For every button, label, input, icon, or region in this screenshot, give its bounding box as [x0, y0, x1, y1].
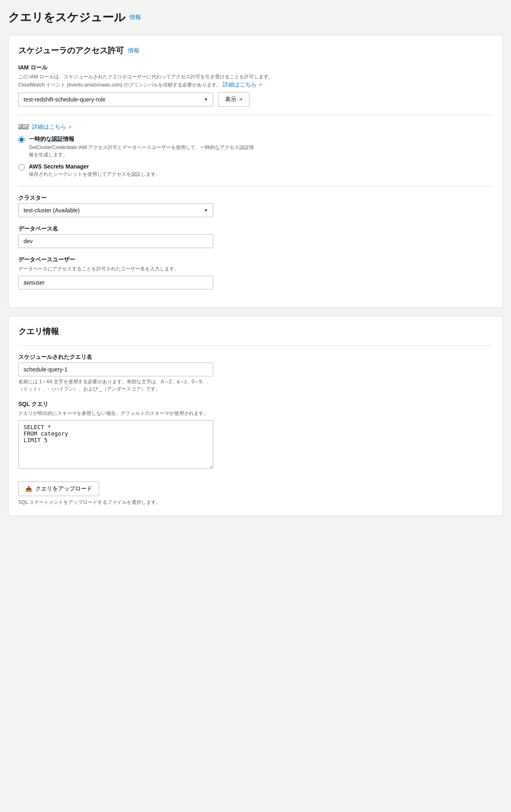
- database-name-field-group: データベース名: [18, 225, 493, 248]
- auth-section: 認証 詳細はこちら ↗ 一時的な認証情報 GetClusterCredentia…: [18, 123, 493, 178]
- upload-query-button[interactable]: 📤 クエリをアップロード: [18, 482, 99, 496]
- iam-role-select-wrapper: test-redshift-schedule-query-role ▼: [18, 93, 213, 106]
- iam-role-input-row: test-redshift-schedule-query-role ▼ 表示 ↗: [18, 92, 493, 107]
- temp-auth-desc: GetClusterCredentials IAM アクセス許可とデータベースユ…: [29, 144, 256, 158]
- query-name-field-group: スケジュールされたクエリ名 名前には 1～64 文字を使用する必要があります。有…: [18, 354, 493, 393]
- auth-label: 認証: [18, 123, 30, 131]
- divider-2: [18, 186, 493, 186]
- auth-external-icon: ↗: [68, 125, 71, 130]
- upload-icon: 📤: [25, 486, 32, 492]
- divider-1: [18, 115, 493, 115]
- iam-role-field-group: IAM ロール この IAM ロールは、スケジュールされたクエリがユーザーに代わ…: [18, 64, 493, 107]
- query-name-input[interactable]: [18, 363, 213, 376]
- divider-3: [18, 345, 493, 346]
- query-info-section: クエリ情報 スケジュールされたクエリ名 名前には 1～64 文字を使用する必要が…: [8, 316, 503, 516]
- cluster-field-group: クラスター test-cluster (Available) ▼: [18, 194, 493, 217]
- secrets-manager-title: AWS Secrets Manager: [29, 163, 160, 170]
- external-link-icon: ↗: [258, 82, 262, 89]
- database-name-label: データベース名: [18, 225, 493, 233]
- cluster-select[interactable]: test-cluster (Available): [18, 203, 213, 217]
- upload-section: 📤 クエリをアップロード SQL ステートメントをアップロードするファイルを選択…: [18, 478, 493, 506]
- iam-role-select[interactable]: test-redshift-schedule-query-role: [18, 93, 213, 106]
- upload-description: SQL ステートメントをアップロードするファイルを選択します。: [18, 499, 493, 506]
- sql-query-description: クエリが明示的にスキーマを参照しない場合、デフォルトのスキーマが使用されます。: [18, 410, 493, 417]
- scheduler-access-info-link[interactable]: 情報: [128, 47, 139, 54]
- auth-radio-group: 一時的な認証情報 GetClusterCredentials IAM アクセス許…: [18, 136, 493, 178]
- temp-auth-radio[interactable]: [18, 136, 25, 143]
- temp-auth-option: 一時的な認証情報 GetClusterCredentials IAM アクセス許…: [18, 136, 493, 158]
- query-name-label: スケジュールされたクエリ名: [18, 354, 493, 361]
- database-user-label: データベースユーザー: [18, 256, 493, 263]
- query-info-title: クエリ情報: [18, 326, 493, 337]
- cluster-label: クラスター: [18, 194, 493, 202]
- page-info-link[interactable]: 情報: [130, 14, 141, 21]
- sql-query-textarea[interactable]: [18, 420, 213, 469]
- database-user-input[interactable]: [18, 276, 213, 289]
- database-user-field-group: データベースユーザー データベースにアクセスすることを許可されたユーザー名を入力…: [18, 256, 493, 289]
- sql-query-label: SQL クエリ: [18, 401, 493, 408]
- scheduler-access-title: スケジューラのアクセス許可 情報: [18, 45, 493, 56]
- view-iam-role-button[interactable]: 表示 ↗: [218, 92, 249, 107]
- secrets-manager-desc: 保存されたシークレットを使用してアクセスを認証します。: [29, 171, 160, 178]
- auth-label-row: 認証 詳細はこちら ↗: [18, 123, 493, 131]
- iam-role-description: この IAM ロールは、スケジュールされたクエリがユーザーに代わってアクセス許可…: [18, 73, 493, 89]
- database-user-description: データベースにアクセスすることを許可されたユーザー名を入力します。: [18, 265, 493, 272]
- auth-detail-link[interactable]: 詳細はこちら ↗: [32, 123, 71, 131]
- page-title-text: クエリをスケジュール: [8, 10, 126, 25]
- query-name-hint: 名前には 1～64 文字を使用する必要があります。有効な文字は、A～Z、a～z、…: [18, 378, 213, 393]
- secrets-manager-option: AWS Secrets Manager 保存されたシークレットを使用してアクセス…: [18, 163, 493, 178]
- temp-auth-title: 一時的な認証情報: [29, 136, 256, 143]
- secrets-manager-radio[interactable]: [18, 164, 25, 171]
- view-external-icon: ↗: [239, 97, 243, 102]
- cluster-select-wrapper: test-cluster (Available) ▼: [18, 203, 213, 217]
- iam-role-label: IAM ロール: [18, 64, 493, 71]
- page-title: クエリをスケジュール 情報: [8, 10, 503, 25]
- sql-query-field-group: SQL クエリ クエリが明示的にスキーマを参照しない場合、デフォルトのスキーマが…: [18, 401, 493, 470]
- database-name-input[interactable]: [18, 234, 213, 248]
- iam-role-detail-link[interactable]: 詳細はこちら ↗: [223, 81, 262, 88]
- scheduler-access-section: スケジューラのアクセス許可 情報 IAM ロール この IAM ロールは、スケジ…: [8, 35, 503, 308]
